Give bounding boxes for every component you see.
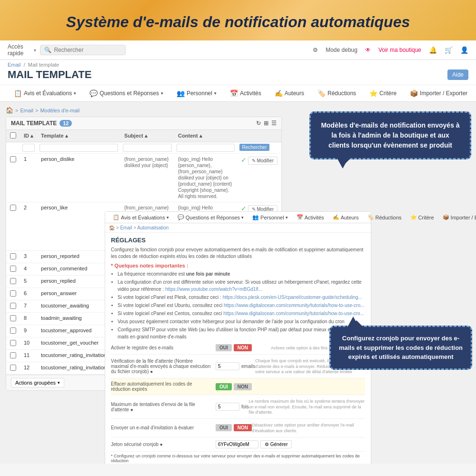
row-checkbox[interactable] <box>10 352 16 358</box>
col-template: Template ▴ <box>37 130 120 142</box>
row-checkbox[interactable] <box>10 253 16 259</box>
menu-icon[interactable]: ☰ <box>271 120 277 127</box>
invitation-no-btn[interactable]: NON <box>234 424 252 431</box>
personnel-chevron: ▾ <box>214 91 217 96</box>
tab-personnel[interactable]: 👥 Personnel ▾ <box>170 85 223 101</box>
row-checkbox[interactable] <box>10 205 16 211</box>
note-4-link[interactable]: https://www.digitalocean.com/community/t… <box>224 303 365 308</box>
row-checkbox[interactable] <box>10 290 16 297</box>
voir-boutique-label[interactable]: Voir ma boutique <box>378 47 421 53</box>
row-id: 2 <box>20 202 37 251</box>
jeton-input[interactable] <box>216 440 258 448</box>
filter-content-input[interactable] <box>177 144 234 152</box>
quick-access-label[interactable]: Accès rapide <box>8 43 30 57</box>
tab-questions-label: Questions et Réponses <box>99 90 159 97</box>
field-effacer: Effacer automatiquement les codes de réd… <box>111 378 365 395</box>
second-nav-auteurs[interactable]: ✍️ Auteurs <box>329 212 363 223</box>
field-maxtry: Maximum de tentatives d'envoi de la file… <box>111 395 365 419</box>
second-nav-red[interactable]: 🏷️ Réductions <box>364 212 406 223</box>
row-checkbox[interactable] <box>10 156 16 162</box>
filter-template-input[interactable] <box>40 144 118 152</box>
second-nav-imp[interactable]: 📦 Importer / Exporter <box>439 212 476 223</box>
filter-content-cell <box>174 142 237 154</box>
second-nav-crit[interactable]: ⭐ Critère <box>407 212 438 223</box>
field-jeton-label: Jeton sécurisé cronjob ● <box>111 442 216 447</box>
tab-importer-label: Importer / Exporter <box>420 90 467 97</box>
breadcrumb-email[interactable]: Email <box>8 62 21 68</box>
field-maxtry-hint: Le nombre maximum de fois où le système … <box>249 399 365 416</box>
sub-bc-modeles[interactable]: Modèles d'e-mail <box>40 108 79 113</box>
group-actions-button[interactable]: Actions groupées ▾ <box>11 378 64 387</box>
second-nav-activites[interactable]: 📅 Activités <box>293 212 328 223</box>
effacer-yes-btn[interactable]: OUI <box>216 383 232 390</box>
search-input[interactable] <box>54 47 111 53</box>
note-1: La fréquence recommandée est une fois pa… <box>118 270 365 278</box>
sn-act-label: Activités <box>305 215 324 220</box>
help-button[interactable]: Aide <box>447 69 468 80</box>
main-title: Système d'e-mails de notification automa… <box>19 13 457 31</box>
search-button[interactable]: Rechercher <box>239 144 270 151</box>
tab-questions[interactable]: 💬 Questions et Réponses ▾ <box>83 85 169 101</box>
avis-chevron: ▾ <box>74 91 76 96</box>
note-5-link[interactable]: https://www.digitalocean.com/community/t… <box>223 311 364 316</box>
modify-button[interactable]: ✎ Modifier <box>248 157 278 165</box>
questions-chevron: ▾ <box>161 91 163 96</box>
user-icon[interactable]: 👤 <box>460 46 468 54</box>
second-nav: 📋 Avis et Évaluations ▾ 💬 Questions et R… <box>105 212 371 223</box>
nav-tabs: 📋 Avis et Évaluations ▾ 💬 Questions et R… <box>0 85 476 102</box>
tab-importer[interactable]: 📦 Importer / Exporter <box>404 85 474 101</box>
row-checkbox[interactable] <box>10 365 16 371</box>
effacer-no-btn[interactable]: NON <box>234 383 252 390</box>
note-7: Configurez SMTP pour votre site Web (au … <box>118 326 365 340</box>
tab-reductions[interactable]: 🏷️ Réductions <box>311 85 362 101</box>
field-invitation-hint: Désactivez cette option pour arrêter d'e… <box>252 423 365 434</box>
expand-icon[interactable]: ⊞ <box>264 120 268 127</box>
second-nav-questions[interactable]: 💬 Questions et Réponses ▾ <box>174 212 248 223</box>
importer-icon: 📦 <box>410 89 418 97</box>
row-checkbox[interactable] <box>10 315 16 321</box>
maxtry-input[interactable] <box>216 403 239 411</box>
cart-icon[interactable]: 🛒 <box>445 46 453 54</box>
mode-debug-label[interactable]: Mode debug <box>326 47 357 53</box>
sn-act-icon: 📅 <box>297 214 303 220</box>
sub-bc-email[interactable]: Email <box>20 108 33 113</box>
tab-auteurs[interactable]: ✍️ Auteurs <box>268 85 310 101</box>
note-2-link[interactable]: https://www.youtube.com/watch?v=mBGd1lf.… <box>165 287 262 292</box>
tab-avis[interactable]: 📋 Avis et Évaluations ▾ <box>8 85 82 101</box>
filter-subject-input[interactable] <box>123 144 172 152</box>
second-nav-personnel[interactable]: 👥 Personnel ▾ <box>248 212 292 223</box>
tab-activites[interactable]: 📅 Activités <box>224 85 268 101</box>
row-checkbox[interactable] <box>10 303 16 309</box>
cron-info: * Configurez un cronjob comme ci-dessous… <box>111 452 365 464</box>
row-id: 8 <box>20 313 37 325</box>
refresh-icon[interactable]: ↻ <box>256 120 261 127</box>
sn-avis-icon: 📋 <box>113 214 119 220</box>
bell-icon[interactable]: 🔔 <box>429 46 437 54</box>
row-checkbox[interactable] <box>10 266 16 272</box>
row-checkbox[interactable] <box>10 278 16 284</box>
note-3-link[interactable]: https://docs.plesk.com/en-US/cpanel/cust… <box>223 295 362 300</box>
row-checkbox[interactable] <box>10 340 16 346</box>
filter-id-input[interactable] <box>22 144 35 152</box>
invitation-yes-btn[interactable]: OUI <box>216 424 232 431</box>
second-nav-avis[interactable]: 📋 Avis et Évaluations ▾ <box>109 212 173 223</box>
settings-title: RÉGLAGES <box>111 237 365 244</box>
sn-imp-label: Importer / Exporter <box>451 215 476 220</box>
field-invitation-label: Envoyer un e-mail d'invitation à évaluer <box>111 425 216 430</box>
row-id: 1 <box>20 154 37 202</box>
filter-cb-cell <box>6 142 20 154</box>
quick-access-icon: ▾ <box>34 48 36 53</box>
select-all-checkbox[interactable] <box>10 132 16 139</box>
queue-size-input[interactable] <box>216 362 239 370</box>
generate-button[interactable]: ⚙ Générer <box>260 440 292 448</box>
auto-bc-auto[interactable]: Automatisation <box>137 225 169 230</box>
tab-critere[interactable]: ⭐ Critère <box>363 85 403 101</box>
registre-no-btn[interactable]: NON <box>234 344 252 351</box>
table-header-row: ID ▴ Template ▴ Subject ▴ Content ▴ <box>6 130 281 142</box>
tooltip-bubble-1: Modèles d'e-mails de notification envoyé… <box>309 111 471 159</box>
row-checkbox[interactable] <box>10 327 16 334</box>
sn-p-label: Personnel <box>260 215 284 220</box>
registre-yes-btn[interactable]: OUI <box>216 344 232 351</box>
sn-aut-label: Auteurs <box>341 215 359 220</box>
auto-bc-email[interactable]: Email <box>120 225 132 230</box>
